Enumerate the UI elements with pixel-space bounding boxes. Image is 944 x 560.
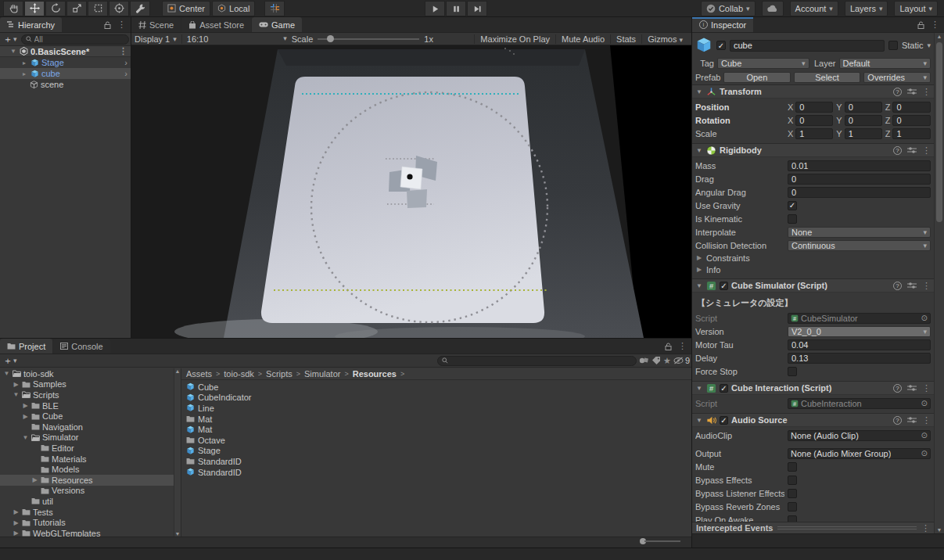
foldout-arrow[interactable]: ▼ xyxy=(9,48,17,55)
move-tool-button[interactable] xyxy=(24,1,45,16)
rotation-x-field[interactable]: 0 xyxy=(795,115,833,126)
project-tree-item-cube[interactable]: ▶Cube xyxy=(0,411,180,422)
foldout-arrow[interactable]: ▶ xyxy=(695,254,703,261)
scale-slider[interactable] xyxy=(318,38,419,40)
preset-icon[interactable] xyxy=(907,416,917,424)
tab-console[interactable]: Console xyxy=(53,339,109,354)
hierarchy-item-stage[interactable]: ▸ Stage › xyxy=(0,57,131,68)
display-dropdown[interactable]: Display 1 ▾ xyxy=(135,34,177,44)
project-tree-item-tutorials[interactable]: ▶Tutorials xyxy=(0,517,180,528)
help-icon[interactable]: ? xyxy=(893,384,902,393)
field-angular-drag[interactable]: 0 xyxy=(788,187,931,198)
hidden-packages-toggle[interactable]: 9 xyxy=(673,356,690,365)
project-tree-item-models[interactable]: Models xyxy=(0,464,180,475)
breadcrumb-item-simulator[interactable]: Simulator xyxy=(304,369,340,379)
component-header-cube-interaction-script[interactable]: ▼#Cube Interaction (Script)?⋮ xyxy=(692,381,934,395)
custom-tool-button[interactable] xyxy=(130,1,150,16)
pivot-toggle-button[interactable]: Center xyxy=(162,1,210,16)
project-tree-item-tests[interactable]: ▶Tests xyxy=(0,507,180,518)
foldout-arrow[interactable]: ▼ xyxy=(695,282,703,289)
project-tree-item-util[interactable]: util xyxy=(0,496,180,507)
hierarchy-search[interactable] xyxy=(21,34,129,45)
panel-menu-icon[interactable]: ⋮ xyxy=(921,523,930,533)
prefab-select-button[interactable]: Select xyxy=(794,72,861,83)
gizmos-dropdown[interactable]: Gizmos ▾ xyxy=(641,34,688,44)
stats-button[interactable]: Stats xyxy=(610,34,641,44)
project-tree-item-webgltemplates[interactable]: ▶WebGLTemplates xyxy=(0,528,180,537)
object-field-output[interactable]: None (Audio Mixer Group)⊙ xyxy=(788,448,931,459)
preset-icon[interactable] xyxy=(907,282,917,289)
foldout-arrow[interactable]: ▼ xyxy=(695,385,703,392)
panel-menu-icon[interactable]: ⋮ xyxy=(117,20,126,30)
pause-button[interactable] xyxy=(446,1,466,16)
create-button[interactable]: ＋▾ xyxy=(2,33,19,46)
create-button[interactable]: ＋▾ xyxy=(2,354,19,368)
rotation-y-field[interactable]: 0 xyxy=(845,115,882,126)
checkbox-is-kinematic[interactable] xyxy=(788,214,797,224)
foldout-arrow[interactable]: ▼ xyxy=(695,88,703,95)
asset-item-cubeindicator[interactable]: CubeIndicator xyxy=(181,393,691,404)
preset-icon[interactable] xyxy=(907,146,917,154)
maximize-on-play-button[interactable]: Maximize On Play xyxy=(474,34,555,44)
intercepted-events-bar[interactable]: Intercepted Events ⋮ xyxy=(692,522,934,533)
breadcrumb-item-scripts[interactable]: Scripts xyxy=(266,369,293,379)
play-button[interactable] xyxy=(425,1,445,16)
project-search[interactable] xyxy=(437,356,637,366)
foldout-arrow[interactable]: ▼ xyxy=(13,391,20,398)
rect-tool-button[interactable] xyxy=(88,1,108,16)
prefab-open-button[interactable]: Open xyxy=(723,72,791,83)
prefab-open-chevron[interactable]: › xyxy=(124,69,127,78)
favorites-star-icon[interactable]: ★ xyxy=(663,356,671,366)
scale-x-field[interactable]: 1 xyxy=(795,128,833,139)
tab-game[interactable]: Game xyxy=(252,17,302,32)
cloud-button[interactable] xyxy=(762,1,784,16)
foldout-arrow[interactable]: ▸ xyxy=(20,59,28,66)
field-delay[interactable]: 0.13 xyxy=(788,353,931,364)
foldout-arrow[interactable]: ▶ xyxy=(31,476,38,483)
asset-zoom-slider[interactable] xyxy=(640,538,680,544)
project-tree-item-editor[interactable]: Editor xyxy=(0,443,180,454)
hierarchy-item-cube[interactable]: ▸ cube › xyxy=(0,68,131,79)
checkbox-bypass-reverb-zones[interactable] xyxy=(788,502,797,512)
component-header-cube-simulator-script[interactable]: ▼#Cube Simulator (Script)?⋮ xyxy=(692,278,934,293)
asset-item-mat[interactable]: Mat xyxy=(181,424,691,435)
object-field-script[interactable]: #CubeSimulator⊙ xyxy=(788,313,931,324)
breadcrumb-item-assets[interactable]: Assets xyxy=(186,369,212,379)
component-header-rigidbody[interactable]: ▼Rigidbody?⋮ xyxy=(692,143,934,157)
component-header-audio-source[interactable]: ▼Audio Source?⋮ xyxy=(692,413,934,427)
foldout-arrow[interactable]: ▶ xyxy=(13,519,20,526)
breadcrumb-item-toio-sdk[interactable]: toio-sdk xyxy=(224,369,254,379)
foldout-arrow[interactable]: ▶ xyxy=(22,413,29,420)
component-enabled-checkbox[interactable] xyxy=(720,416,728,425)
component-menu-icon[interactable]: ⋮ xyxy=(922,383,931,393)
checkbox-mute[interactable] xyxy=(788,462,797,472)
scrollbar-thumb[interactable] xyxy=(936,42,942,222)
asset-item-mat[interactable]: Mat xyxy=(181,414,691,425)
checkbox-use-gravity[interactable] xyxy=(788,201,797,210)
scene-menu-icon[interactable]: ⋮ xyxy=(119,46,127,56)
hand-tool-button[interactable] xyxy=(3,1,23,16)
foldout-arrow[interactable]: ▶ xyxy=(695,266,703,273)
layer-dropdown[interactable]: Default▾ xyxy=(839,58,931,69)
tag-dropdown[interactable]: Cube▾ xyxy=(717,58,809,69)
object-picker-icon[interactable]: ⊙ xyxy=(921,314,928,322)
prefab-open-chevron[interactable]: › xyxy=(124,58,127,67)
foldout-arrow[interactable]: ▶ xyxy=(13,529,20,537)
component-menu-icon[interactable]: ⋮ xyxy=(922,87,931,97)
preset-icon[interactable] xyxy=(907,88,917,95)
checkbox-bypass-effects[interactable] xyxy=(788,476,797,485)
lock-icon[interactable] xyxy=(665,343,672,350)
foldout-arrow[interactable]: ▶ xyxy=(13,381,20,388)
project-search-input[interactable] xyxy=(450,357,632,365)
checkbox-bypass-listener-effects[interactable] xyxy=(788,489,797,498)
asset-item-stage[interactable]: Stage xyxy=(181,446,691,457)
foldout-constraints[interactable]: ▶Constraints xyxy=(692,252,934,264)
dropdown-interpolate[interactable]: None▾ xyxy=(788,227,931,238)
project-tree-item-versions[interactable]: Versions xyxy=(0,486,180,497)
panel-menu-icon[interactable]: ⋮ xyxy=(931,20,939,30)
dropdown-version[interactable]: V2_0_0▾ xyxy=(788,326,931,337)
tab-scene[interactable]: Scene xyxy=(131,17,181,32)
component-menu-icon[interactable]: ⋮ xyxy=(922,281,931,291)
gameobject-enabled-checkbox[interactable] xyxy=(716,41,726,50)
component-menu-icon[interactable]: ⋮ xyxy=(922,415,931,425)
